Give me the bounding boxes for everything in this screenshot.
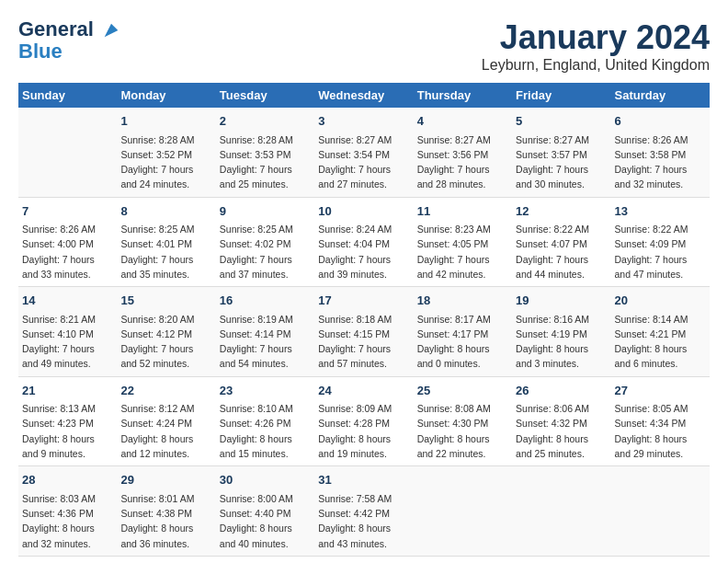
calendar-cell: 12Sunrise: 8:22 AM Sunset: 4:07 PM Dayli… [512, 197, 610, 287]
calendar-body: 1Sunrise: 8:28 AM Sunset: 3:52 PM Daylig… [18, 108, 710, 556]
day-number: 22 [120, 382, 211, 400]
day-number: 13 [615, 202, 706, 221]
calendar-cell: 16Sunrise: 8:19 AM Sunset: 4:14 PM Dayli… [216, 287, 314, 377]
calendar-cell: 5Sunrise: 8:27 AM Sunset: 3:57 PM Daylig… [512, 108, 610, 197]
calendar-cell: 19Sunrise: 8:16 AM Sunset: 4:19 PM Dayli… [512, 287, 610, 377]
day-number: 10 [318, 202, 409, 221]
logo-blue: Blue [18, 40, 121, 63]
calendar-cell: 3Sunrise: 8:27 AM Sunset: 3:54 PM Daylig… [314, 108, 413, 197]
calendar-cell: 6Sunrise: 8:26 AM Sunset: 3:58 PM Daylig… [611, 108, 710, 197]
calendar-cell: 2Sunrise: 8:28 AM Sunset: 3:53 PM Daylig… [216, 108, 314, 197]
location: Leyburn, England, United Kingdom [482, 57, 710, 74]
day-number: 11 [417, 202, 508, 221]
calendar-cell: 10Sunrise: 8:24 AM Sunset: 4:04 PM Dayli… [314, 197, 413, 287]
day-number: 20 [615, 292, 706, 310]
col-monday: Monday [117, 83, 215, 108]
day-number: 9 [220, 202, 311, 221]
month-title: January 2024 [482, 18, 710, 57]
col-tuesday: Tuesday [216, 83, 314, 108]
day-info: Sunrise: 8:25 AM Sunset: 4:01 PM Dayligh… [120, 222, 211, 282]
day-info: Sunrise: 7:58 AM Sunset: 4:42 PM Dayligh… [318, 491, 409, 551]
day-number: 15 [120, 292, 211, 310]
day-info: Sunrise: 8:00 AM Sunset: 4:40 PM Dayligh… [220, 491, 311, 551]
day-number: 29 [120, 471, 211, 489]
calendar-cell: 15Sunrise: 8:20 AM Sunset: 4:12 PM Dayli… [117, 287, 215, 377]
day-number: 24 [318, 382, 409, 400]
calendar-cell: 20Sunrise: 8:14 AM Sunset: 4:21 PM Dayli… [611, 287, 710, 377]
day-number: 6 [615, 112, 706, 131]
day-info: Sunrise: 8:20 AM Sunset: 4:12 PM Dayligh… [120, 312, 211, 372]
day-number: 14 [22, 292, 113, 310]
calendar-cell: 30Sunrise: 8:00 AM Sunset: 4:40 PM Dayli… [216, 466, 314, 557]
day-info: Sunrise: 8:23 AM Sunset: 4:05 PM Dayligh… [417, 222, 508, 282]
calendar-week-4: 21Sunrise: 8:13 AM Sunset: 4:23 PM Dayli… [18, 376, 710, 466]
day-info: Sunrise: 8:26 AM Sunset: 3:58 PM Dayligh… [615, 132, 706, 192]
day-info: Sunrise: 8:17 AM Sunset: 4:17 PM Dayligh… [417, 312, 508, 372]
day-number: 8 [120, 202, 211, 221]
day-number: 25 [417, 382, 508, 400]
calendar-cell: 27Sunrise: 8:05 AM Sunset: 4:34 PM Dayli… [611, 376, 710, 466]
day-number: 26 [516, 382, 607, 400]
calendar-cell: 29Sunrise: 8:01 AM Sunset: 4:38 PM Dayli… [117, 466, 215, 557]
page-header: General Blue January 2024 Leyburn, Engla… [18, 18, 710, 74]
day-info: Sunrise: 8:19 AM Sunset: 4:14 PM Dayligh… [220, 312, 311, 372]
calendar-cell: 1Sunrise: 8:28 AM Sunset: 3:52 PM Daylig… [117, 108, 215, 197]
day-info: Sunrise: 8:24 AM Sunset: 4:04 PM Dayligh… [318, 222, 409, 282]
calendar-cell: 11Sunrise: 8:23 AM Sunset: 4:05 PM Dayli… [414, 197, 512, 287]
col-sunday: Sunday [18, 83, 117, 108]
calendar-cell: 18Sunrise: 8:17 AM Sunset: 4:17 PM Dayli… [414, 287, 512, 377]
day-number: 27 [615, 382, 706, 400]
day-info: Sunrise: 8:03 AM Sunset: 4:36 PM Dayligh… [22, 491, 113, 551]
col-wednesday: Wednesday [314, 83, 413, 108]
calendar-cell: 24Sunrise: 8:09 AM Sunset: 4:28 PM Dayli… [314, 376, 413, 466]
calendar-cell: 14Sunrise: 8:21 AM Sunset: 4:10 PM Dayli… [18, 287, 117, 377]
day-number: 4 [417, 112, 508, 131]
day-number: 28 [22, 471, 113, 489]
calendar-header: Sunday Monday Tuesday Wednesday Thursday… [18, 83, 710, 108]
logo-icon [101, 20, 121, 40]
calendar-cell: 13Sunrise: 8:22 AM Sunset: 4:09 PM Dayli… [611, 197, 710, 287]
day-number: 21 [22, 382, 113, 400]
day-number: 17 [318, 292, 409, 310]
day-number: 5 [516, 112, 607, 131]
day-info: Sunrise: 8:05 AM Sunset: 4:34 PM Dayligh… [615, 401, 706, 461]
calendar-week-3: 14Sunrise: 8:21 AM Sunset: 4:10 PM Dayli… [18, 287, 710, 377]
logo: General Blue [18, 18, 121, 63]
day-number: 31 [318, 471, 409, 489]
calendar-cell: 31Sunrise: 7:58 AM Sunset: 4:42 PM Dayli… [314, 466, 413, 557]
day-number: 23 [220, 382, 311, 400]
calendar-cell: 4Sunrise: 8:27 AM Sunset: 3:56 PM Daylig… [414, 108, 512, 197]
calendar-cell [512, 466, 610, 557]
calendar-cell [18, 108, 117, 197]
day-info: Sunrise: 8:12 AM Sunset: 4:24 PM Dayligh… [120, 401, 211, 461]
day-number: 30 [220, 471, 311, 489]
title-block: January 2024 Leyburn, England, United Ki… [482, 18, 710, 74]
day-info: Sunrise: 8:06 AM Sunset: 4:32 PM Dayligh… [516, 401, 607, 461]
day-number: 19 [516, 292, 607, 310]
day-info: Sunrise: 8:27 AM Sunset: 3:56 PM Dayligh… [417, 132, 508, 192]
day-number: 1 [120, 112, 211, 131]
day-info: Sunrise: 8:27 AM Sunset: 3:54 PM Dayligh… [318, 132, 409, 192]
day-info: Sunrise: 8:21 AM Sunset: 4:10 PM Dayligh… [22, 312, 113, 372]
col-thursday: Thursday [414, 83, 512, 108]
calendar-cell: 7Sunrise: 8:26 AM Sunset: 4:00 PM Daylig… [18, 197, 117, 287]
day-info: Sunrise: 8:18 AM Sunset: 4:15 PM Dayligh… [318, 312, 409, 372]
calendar-week-1: 1Sunrise: 8:28 AM Sunset: 3:52 PM Daylig… [18, 108, 710, 197]
day-number: 7 [22, 202, 113, 221]
day-info: Sunrise: 8:10 AM Sunset: 4:26 PM Dayligh… [220, 401, 311, 461]
calendar-cell: 28Sunrise: 8:03 AM Sunset: 4:36 PM Dayli… [18, 466, 117, 557]
header-row: Sunday Monday Tuesday Wednesday Thursday… [18, 83, 710, 108]
calendar-cell: 22Sunrise: 8:12 AM Sunset: 4:24 PM Dayli… [117, 376, 215, 466]
calendar-cell: 17Sunrise: 8:18 AM Sunset: 4:15 PM Dayli… [314, 287, 413, 377]
logo-general: General [18, 17, 94, 40]
day-info: Sunrise: 8:01 AM Sunset: 4:38 PM Dayligh… [120, 491, 211, 551]
day-info: Sunrise: 8:16 AM Sunset: 4:19 PM Dayligh… [516, 312, 607, 372]
calendar-cell: 26Sunrise: 8:06 AM Sunset: 4:32 PM Dayli… [512, 376, 610, 466]
day-info: Sunrise: 8:26 AM Sunset: 4:00 PM Dayligh… [22, 222, 113, 282]
day-info: Sunrise: 8:27 AM Sunset: 3:57 PM Dayligh… [516, 132, 607, 192]
day-info: Sunrise: 8:22 AM Sunset: 4:09 PM Dayligh… [615, 222, 706, 282]
day-info: Sunrise: 8:22 AM Sunset: 4:07 PM Dayligh… [516, 222, 607, 282]
calendar-cell: 8Sunrise: 8:25 AM Sunset: 4:01 PM Daylig… [117, 197, 215, 287]
day-info: Sunrise: 8:08 AM Sunset: 4:30 PM Dayligh… [417, 401, 508, 461]
calendar-cell: 23Sunrise: 8:10 AM Sunset: 4:26 PM Dayli… [216, 376, 314, 466]
